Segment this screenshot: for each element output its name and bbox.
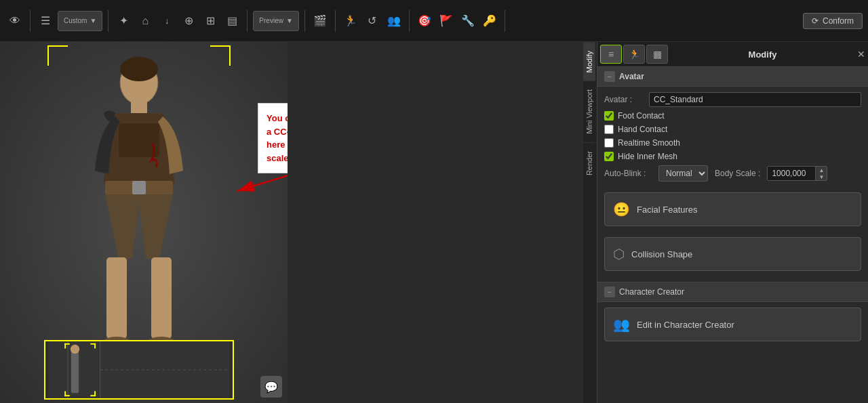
avatar-field-row: Avatar : (604, 92, 861, 107)
facial-features-area: 😐 Facial Features (597, 187, 868, 237)
edit-cc-area: 👥 Edit in Character Creator (597, 302, 868, 352)
annotation-text: You can a CC-Avatar in IClone 7.21 here … (267, 112, 288, 165)
side-tab-panel: Modify Mini Viewport Render (583, 42, 597, 403)
edit-cc-label: Edit in Character Creator (637, 320, 734, 330)
tab-group: ≡ 🏃 ▦ (600, 45, 668, 64)
key-icon[interactable]: 🔑 (480, 12, 499, 30)
mini-viewport-content (45, 341, 233, 398)
svg-point-9 (120, 57, 158, 81)
panel-close-button[interactable]: ✕ (857, 49, 865, 60)
preview-dropdown[interactable]: Preview ▼ (253, 11, 298, 31)
collision-shape-button[interactable]: ⬡ Collision Shape (604, 237, 861, 271)
viewport: You can a CC-Avatar in IClone 7.21 here … (0, 42, 288, 403)
svg-rect-24 (94, 391, 96, 397)
annotation-box: You can a CC-Avatar in IClone 7.21 here … (258, 103, 288, 173)
hand-contact-row: Hand Contact (604, 125, 861, 134)
custom-dropdown[interactable]: Custom ▼ (58, 11, 102, 31)
download-icon[interactable]: ↓ (157, 12, 176, 30)
svg-rect-22 (64, 391, 66, 397)
modify-tab[interactable]: Modify (583, 42, 595, 81)
conform-icon: ⟳ (812, 16, 818, 26)
hide-inner-mesh-label: Hide Inner Mesh (618, 152, 677, 161)
facial-features-label: Facial Features (637, 205, 698, 215)
target2-icon[interactable]: 🎯 (415, 12, 434, 30)
blink-scale-row: Auto-Blink : Normal Slow Fast Off Body S… (604, 165, 861, 182)
body-scale-input[interactable] (768, 167, 815, 180)
camera-icon[interactable]: 🎬 (311, 12, 330, 30)
cc-collapse-button[interactable]: − (604, 287, 615, 297)
foot-contact-checkbox[interactable] (604, 111, 614, 121)
separator4 (304, 10, 305, 32)
panel-title: Modify (749, 49, 777, 60)
foot-contact-row: Foot Contact (604, 111, 861, 121)
svg-rect-18 (64, 343, 66, 349)
conform-button[interactable]: ⟳ Conform (803, 13, 863, 29)
edit-cc-icon: 👥 (613, 316, 630, 333)
right-panel: ≡ 🏃 ▦ Modify ✕ − Avatar Avatar : Foot Co… (597, 42, 868, 403)
conform-area: ⟳ Conform (803, 13, 863, 29)
render-tab[interactable]: Render (583, 142, 595, 184)
svg-rect-6 (151, 257, 172, 339)
separator5 (335, 10, 336, 32)
realtime-smooth-row: Realtime Smooth (604, 138, 861, 148)
character-figure (58, 49, 220, 381)
sparkle-icon[interactable]: ✦ (114, 12, 133, 30)
collision-shape-area: ⬡ Collision Shape (597, 237, 868, 282)
hide-inner-mesh-row: Hide Inner Mesh (604, 152, 861, 161)
motion-tab[interactable]: 🏃 (623, 45, 645, 64)
comment-icon[interactable]: 💬 (260, 376, 282, 398)
avatar-section-header[interactable]: − Avatar (597, 67, 868, 87)
layers-icon[interactable]: ▤ (222, 12, 241, 30)
walk-icon[interactable]: 🏃 (341, 12, 360, 30)
facial-features-button[interactable]: 😐 Facial Features (604, 192, 861, 226)
avatar-field-label: Avatar : (604, 95, 645, 104)
svg-rect-20 (94, 343, 96, 349)
mini-viewport (44, 340, 234, 400)
flag-icon[interactable]: 🚩 (437, 12, 456, 30)
auto-blink-select[interactable]: Normal Slow Fast Off (658, 165, 708, 182)
scale-arrows: ▲ ▼ (815, 167, 827, 180)
svg-rect-4 (132, 181, 146, 194)
crowd-icon[interactable]: 👥 (384, 12, 403, 30)
settings-tab[interactable]: ≡ (600, 45, 622, 64)
shader-tab[interactable]: ▦ (646, 45, 668, 64)
foot-contact-label: Foot Contact (618, 111, 665, 121)
edit-in-cc-button[interactable]: 👥 Edit in Character Creator (604, 307, 861, 341)
body-scale-input-wrap: ▲ ▼ (767, 166, 827, 181)
mini-viewport-tab[interactable]: Mini Viewport (583, 81, 595, 142)
body-scale-label: Body Scale : (715, 169, 760, 178)
svg-rect-1 (131, 102, 147, 114)
wrench-icon[interactable]: 🔧 (458, 12, 477, 30)
auto-blink-label: Auto-Blink : (604, 169, 652, 178)
collision-shape-icon: ⬡ (613, 246, 625, 262)
character-creator-section-header[interactable]: − Character Creator (597, 282, 868, 302)
panel-tab-bar: ≡ 🏃 ▦ Modify ✕ (597, 42, 868, 67)
hide-inner-mesh-checkbox[interactable] (604, 152, 614, 161)
home-icon[interactable]: ⌂ (136, 12, 155, 30)
menu-icon[interactable]: ☰ (36, 12, 55, 30)
toolbar: 👁 ☰ Custom ▼ ✦ ⌂ ↓ ⊕ ⊞ ▤ Preview ▼ 🎬 🏃 ↺… (0, 0, 868, 42)
hand-contact-label: Hand Contact (618, 125, 667, 134)
avatar-section-content: Avatar : Foot Contact Hand Contact Realt… (597, 87, 868, 187)
grid-icon[interactable]: ⊞ (201, 12, 220, 30)
hand-contact-checkbox[interactable] (604, 125, 614, 134)
scale-down-arrow[interactable]: ▼ (816, 173, 827, 180)
separator2 (108, 10, 108, 32)
character-creator-section-title: Character Creator (619, 287, 684, 297)
eye-icon[interactable]: 👁 (5, 12, 24, 30)
collision-shape-label: Collision Shape (631, 249, 692, 259)
separator7 (505, 10, 505, 32)
realtime-smooth-label: Realtime Smooth (618, 138, 680, 148)
avatar-section-title: Avatar (619, 72, 644, 81)
viewport-background[interactable]: You can a CC-Avatar in IClone 7.21 here … (0, 42, 288, 403)
motion-icon[interactable]: ↺ (363, 12, 382, 30)
facial-features-icon: 😐 (613, 201, 630, 217)
svg-point-16 (71, 345, 79, 354)
avatar-field-input[interactable] (649, 92, 861, 107)
separator6 (409, 10, 410, 32)
avatar-collapse-button[interactable]: − (604, 71, 615, 82)
separator3 (247, 10, 248, 32)
target-icon[interactable]: ⊕ (179, 12, 198, 30)
scale-up-arrow[interactable]: ▲ (816, 167, 827, 173)
realtime-smooth-checkbox[interactable] (604, 138, 614, 148)
